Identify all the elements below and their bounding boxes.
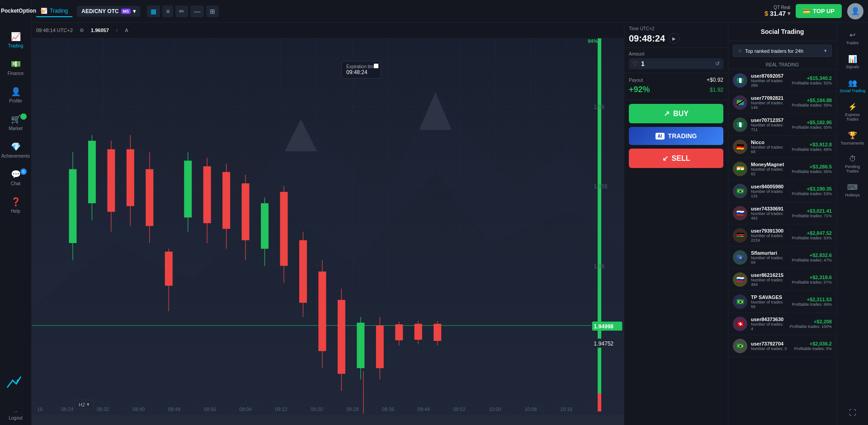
dollar-icon: $ bbox=[764, 10, 768, 17]
trader-item[interactable]: 🇳🇬user70712357Number of trades: 711+$5,1… bbox=[728, 114, 836, 136]
timestamp: 09:48:14 UTC+2 bbox=[36, 28, 73, 33]
svg-rect-48 bbox=[299, 240, 307, 303]
trader-item[interactable]: 🇨🇭user84373630Number of trades: 4+$2,208… bbox=[728, 313, 836, 335]
trader-item[interactable]: 🇽🇰SflamurtariNumber of trades: 59+$2,832… bbox=[728, 247, 836, 269]
sidebar-item-profile[interactable]: 👤 Profile bbox=[0, 82, 31, 108]
h2-timeframe-button[interactable]: H2 ▾ bbox=[75, 400, 94, 409]
trader-profitable: Profitable trades: 53% bbox=[792, 236, 832, 240]
svg-text:1.96: 1.96 bbox=[594, 104, 604, 110]
svg-text:08:56: 08:56 bbox=[204, 406, 216, 411]
trader-profitable: Profitable trades: 69% bbox=[792, 147, 832, 152]
chart-layout-btn[interactable]: ⊞ bbox=[206, 5, 219, 17]
svg-rect-46 bbox=[280, 192, 288, 266]
sidebar-item-finance[interactable]: 💵 Finance bbox=[0, 55, 31, 80]
avatar[interactable]: 👤 bbox=[847, 3, 863, 19]
chart-indicators-btn[interactable]: ≡ bbox=[162, 5, 173, 17]
trader-item[interactable]: 🇧🇷TP SAVAGESNumber of trades: 59+$2,311.… bbox=[728, 291, 836, 313]
trader-profit-area: +$2,311.53Profitable trades: 69% bbox=[792, 297, 832, 307]
main-area: 📈 Trading AED/CNY OTC MS ▾ ▦ ≡ ✏ — ⊞ QT … bbox=[32, 0, 868, 425]
chart-type-candle-btn[interactable]: ▦ bbox=[147, 5, 160, 17]
amount-value: 1 bbox=[641, 60, 712, 67]
mini-nav-signals[interactable]: 📊 Signals bbox=[837, 51, 868, 73]
content-area: 09:48:14 UTC+2 ⚙ 1.96057 ↑ A bbox=[32, 23, 868, 425]
svg-text:09:04: 09:04 bbox=[239, 406, 251, 411]
trader-profit-area: +$3,021.41Profitable trades: 71% bbox=[792, 208, 832, 218]
mini-nav-tournaments[interactable]: 🏆 Tournaments bbox=[837, 127, 868, 149]
svg-rect-26 bbox=[88, 141, 96, 203]
heart-icon: ♡ bbox=[632, 60, 638, 67]
svg-text:08:24: 08:24 bbox=[61, 406, 73, 411]
sidebar-item-market[interactable]: 🛒 Market bbox=[0, 110, 31, 135]
trader-avatar: 🇩🇪 bbox=[733, 140, 747, 154]
logo-area[interactable]: P PocketOption ★ bbox=[0, 5, 49, 17]
tournaments-label: Tournaments bbox=[840, 141, 864, 145]
trader-profitable: Profitable trades: 71% bbox=[792, 214, 832, 218]
sell-button[interactable]: ↙ SELL bbox=[629, 149, 723, 168]
trader-info: user73792704Number of trades: 0 bbox=[751, 341, 790, 351]
trader-avatar: 🇽🇰 bbox=[733, 250, 747, 265]
account-type: QT Real bbox=[774, 5, 790, 10]
sidebar-item-chat[interactable]: 💬 5 Chat bbox=[0, 165, 31, 191]
trader-profit: +$2,208 bbox=[789, 319, 832, 324]
chart-header: 09:48:14 UTC+2 ⚙ 1.96057 ↑ A bbox=[32, 23, 624, 38]
asset-selector[interactable]: AED/CNY OTC MS ▾ bbox=[77, 6, 140, 17]
trader-profit: +$3,912.8 bbox=[792, 142, 832, 147]
expiration-flag bbox=[374, 64, 378, 68]
sidebar-item-help[interactable]: ❓ Help bbox=[0, 192, 31, 218]
trader-profitable: Profitable trades: 47% bbox=[792, 258, 832, 262]
mini-nav-hotkeys[interactable]: ⌨ Hotkeys bbox=[837, 179, 868, 201]
candle-chart: 1.96 1.955 1.96 1.94998 1.94998 1.94752 … bbox=[32, 38, 624, 425]
trader-profit: +$5,182.95 bbox=[792, 120, 832, 125]
svg-rect-42 bbox=[242, 183, 250, 240]
trader-item[interactable]: 🇳🇬user87692057Number of trades: 289+$15,… bbox=[728, 70, 836, 92]
mini-nav-social[interactable]: 👥 Social Trading bbox=[837, 75, 868, 97]
avatar-icon: 👤 bbox=[851, 7, 860, 15]
trader-profit: +$2,318.6 bbox=[792, 275, 832, 280]
trader-item[interactable]: 🇮🇳MoneyMagnetNumber of trades: 62+$3,286… bbox=[728, 158, 836, 180]
refresh-icon[interactable]: ↺ bbox=[715, 61, 720, 67]
logout-button[interactable]: → Logout bbox=[9, 409, 23, 420]
ai-trading-button[interactable]: AI TRADING bbox=[629, 127, 723, 145]
trader-item[interactable]: 🇹🇿user77092821Number of trades: 149+$5,1… bbox=[728, 92, 836, 114]
trader-profit-area: +$2,832.6Profitable trades: 47% bbox=[792, 252, 832, 262]
balance-value: 31.47 bbox=[770, 10, 786, 17]
mini-nav-express[interactable]: ⚡ Express Trades bbox=[837, 99, 868, 125]
svg-text:09:36: 09:36 bbox=[382, 406, 394, 411]
trader-name: user87692057 bbox=[751, 73, 788, 79]
svg-rect-24 bbox=[69, 169, 76, 243]
trader-item[interactable]: 🇩🇪NiccoNumber of trades: 68+$3,912.8Prof… bbox=[728, 136, 836, 158]
topup-button[interactable]: 💳 TOP UP bbox=[796, 4, 842, 18]
chart-more-btn[interactable]: — bbox=[190, 5, 204, 17]
payout-percent: +92% bbox=[629, 85, 650, 94]
sidebar-item-label: Profile bbox=[9, 98, 22, 103]
svg-rect-32 bbox=[146, 169, 153, 226]
play-button[interactable]: ▶ bbox=[669, 33, 679, 44]
trader-profitable: Profitable trades: 0% bbox=[794, 346, 832, 351]
trader-stats: Number of trades: 494 bbox=[751, 278, 788, 287]
buy-button[interactable]: ↗ BUY bbox=[629, 104, 723, 123]
trader-item[interactable]: 🇰🇪user79391300Number of trades: 2224+$2,… bbox=[728, 224, 836, 247]
settings-icon[interactable]: ⚙ bbox=[80, 28, 84, 33]
trader-item[interactable]: 🇷🇺user74330691Number of trades: 462+$3,0… bbox=[728, 202, 836, 224]
h2-label: H2 bbox=[79, 402, 85, 407]
svg-rect-28 bbox=[107, 149, 115, 211]
mini-nav-pending[interactable]: ⏱ Pending Trades bbox=[837, 151, 868, 177]
payout-label: Payout bbox=[629, 78, 643, 83]
real-trading-label: REAL TRADING bbox=[728, 61, 836, 70]
amount-input-row: ♡ 1 ↺ bbox=[629, 58, 723, 69]
up-arrow: ↑ bbox=[116, 28, 118, 33]
chart-draw-btn[interactable]: ✏ bbox=[175, 5, 188, 17]
trader-stats: Number of trades: 0 bbox=[751, 346, 790, 351]
trader-item[interactable]: 🇧🇷user73792704Number of trades: 0+$2,036… bbox=[728, 335, 836, 357]
pending-icon: ⏱ bbox=[849, 155, 856, 163]
mini-nav-trades[interactable]: ↩ Trades bbox=[837, 27, 868, 49]
sidebar-item-trading[interactable]: 📈 Trading bbox=[0, 27, 31, 53]
trader-item[interactable]: 🇧🇷user84005980Number of trades: 131+$3,1… bbox=[728, 180, 836, 202]
chat-badge: 5 bbox=[20, 168, 27, 175]
sidebar-item-achievements[interactable]: 💎 Achievements bbox=[0, 137, 31, 163]
trader-name: user70712357 bbox=[751, 117, 788, 123]
mini-nav-fullscreen[interactable]: ⛶ bbox=[837, 405, 868, 420]
trader-profitable: Profitable trades: 55% bbox=[792, 103, 832, 107]
trader-item[interactable]: 🇷🇺user86216215Number of trades: 494+$2,3… bbox=[728, 269, 836, 291]
filter-dropdown[interactable]: ☆ Top ranked traders for 24h ▾ bbox=[733, 45, 832, 57]
